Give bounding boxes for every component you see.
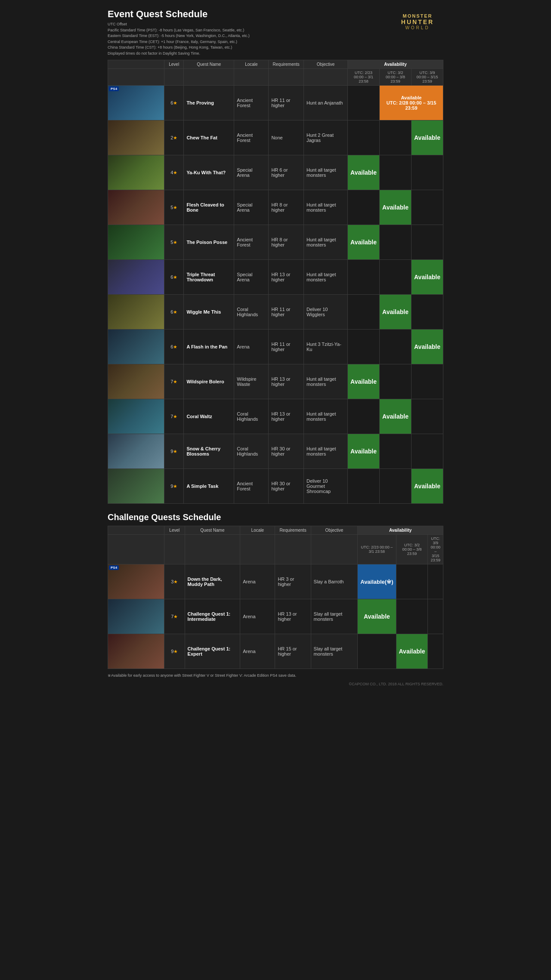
avail-cell-period2: Available <box>380 295 412 330</box>
quest-name: Coral Waltz <box>184 399 234 434</box>
quest-locale: Special Arena <box>234 260 269 295</box>
quest-name: Snow & Cherry Blossoms <box>184 434 234 469</box>
quest-name-header: Quest Name <box>184 60 234 69</box>
table-row: 5★Flesh Cleaved to BoneSpecial ArenaHR 8… <box>108 190 443 225</box>
quest-objective: Hunt all target monsters <box>303 434 347 469</box>
quest-locale: Coral Highlands <box>234 399 269 434</box>
avail-cell-period2: Available <box>396 634 428 669</box>
ch-locale-header: Locale <box>240 526 275 535</box>
quest-requirements: HR 15 or higher <box>275 634 311 669</box>
avail-cell-period3 <box>412 434 443 469</box>
quest-thumbnail-triple <box>108 260 164 294</box>
quest-objective: Hunt all target monsters <box>303 155 347 190</box>
quest-thumbnail-wiggle <box>108 295 164 329</box>
avail-cell-period2 <box>396 599 428 634</box>
quest-objective: Slay a Barroth <box>311 564 358 599</box>
tz-pst: Pacific Standard Time (PST): -8 hours (L… <box>108 28 250 34</box>
quest-level: 9★ <box>164 434 184 469</box>
event-quest-table: Level Quest Name Locale Requirements Obj… <box>108 60 443 504</box>
tz-dst: Displayed times do not factor in Dayligh… <box>108 51 250 57</box>
quest-image-flesh <box>108 190 164 225</box>
quest-image-simple <box>108 469 164 504</box>
quest-image-darkpath: PS4 <box>108 564 164 599</box>
quest-locale: Arena <box>234 330 269 364</box>
quest-requirements: HR 6 or higher <box>269 155 304 190</box>
avail-cell-period2 <box>380 330 412 364</box>
quest-image-proving: PS4 <box>108 86 164 120</box>
copyright: ©CAPCOM CO., LTD. 2018 ALL RIGHTS RESERV… <box>108 682 443 686</box>
avail-cell-period1: Available <box>348 225 380 260</box>
quest-level: 6★ <box>164 86 184 120</box>
table-row: PS43★Down the Dark, Muddy PathArenaHR 3 … <box>108 564 443 599</box>
quest-thumbnail-simple <box>108 469 164 503</box>
locale-header: Locale <box>234 60 269 69</box>
quest-level: 4★ <box>164 155 184 190</box>
ps4-badge: PS4 <box>109 565 119 570</box>
quest-name: Flesh Cleaved to Bone <box>184 190 234 225</box>
quest-image-chewthefat <box>108 120 164 155</box>
quest-requirements: HR 30 or higher <box>269 434 304 469</box>
table-row: 7★Coral WaltzCoral HighlandsHR 13 or hig… <box>108 399 443 434</box>
quest-thumbnail-snow <box>108 434 164 468</box>
quest-level: 9★ <box>164 469 184 504</box>
quest-thumbnail-flesh <box>108 190 164 225</box>
quest-image-poison <box>108 225 164 260</box>
quest-level: 6★ <box>164 260 184 295</box>
quest-locale: Ancient Forest <box>234 225 269 260</box>
quest-requirements: HR 11 or higher <box>269 86 304 120</box>
quest-locale: Special Arena <box>234 190 269 225</box>
ch-level-header: Level <box>164 526 185 535</box>
table-row: 4★Ya-Ku With That?Special ArenaHR 6 or h… <box>108 155 443 190</box>
table-row: 9★A Simple TaskAncient ForestHR 30 or hi… <box>108 469 443 504</box>
quest-objective: Hunt an Anjanath <box>303 86 347 120</box>
quest-name: Down the Dark, Muddy Path <box>185 564 240 599</box>
ch-req-header: Requirements <box>275 526 311 535</box>
quest-objective: Deliver 10 Wigglers <box>303 295 347 330</box>
logo-line1: MONSTER <box>403 13 433 18</box>
quest-level: 2★ <box>164 120 184 155</box>
quest-thumbnail-chewthefat <box>108 120 164 155</box>
table-row: 9★Challenge Quest 1: ExpertArenaHR 15 or… <box>108 634 443 669</box>
page-title: Event Quest Schedule <box>108 9 250 20</box>
quest-level: 7★ <box>164 399 184 434</box>
avail-cell-period1: Available <box>358 599 396 634</box>
table-row: 2★Chew The FatAncient ForestNoneHunt 2 G… <box>108 120 443 155</box>
quest-image-wiggle <box>108 295 164 330</box>
logo: MONSTER HUNTER WORLD <box>392 9 443 34</box>
avail-cell-period2: Available <box>380 190 412 225</box>
quest-name: Wiggle Me This <box>184 295 234 330</box>
avail-cell-period1: Available <box>348 155 380 190</box>
quest-level: 5★ <box>164 225 184 260</box>
quest-image-challenge-int <box>108 599 164 634</box>
avail-cell-period2 <box>380 225 412 260</box>
quest-name: A Flash in the Pan <box>184 330 234 364</box>
avail-cell-period1 <box>348 330 380 364</box>
quest-requirements: None <box>269 120 304 155</box>
quest-image-snow <box>108 434 164 469</box>
quest-name: Triple Threat Throwdown <box>184 260 234 295</box>
obj-header: Objective <box>303 60 347 69</box>
timezone-info: UTC Offset Pacific Standard Time (PST): … <box>108 22 250 56</box>
quest-requirements: HR 30 or higher <box>269 469 304 504</box>
avail-cell-period1: Available <box>348 434 380 469</box>
avail-cell-period2 <box>380 469 412 504</box>
avail-cell-period3 <box>412 399 443 434</box>
quest-thumbnail-darkpath: PS4 <box>108 564 164 599</box>
quest-image-challenge-exp <box>108 634 164 669</box>
quest-image-coral <box>108 399 164 434</box>
quest-requirements: HR 13 or higher <box>275 599 311 634</box>
quest-name: The Proving <box>184 86 234 120</box>
quest-objective: Hunt all target monsters <box>303 364 347 399</box>
image-col-header <box>108 60 164 69</box>
quest-objective: Hunt all target monsters <box>303 190 347 225</box>
avail-cell-period3 <box>412 295 443 330</box>
quest-locale: Ancient Forest <box>234 86 269 120</box>
quest-level: 6★ <box>164 295 184 330</box>
quest-level: 7★ <box>164 599 185 634</box>
table-row: 6★Wiggle Me ThisCoral HighlandsHR 11 or … <box>108 295 443 330</box>
header-left: Event Quest Schedule UTC Offset Pacific … <box>108 9 250 56</box>
challenge-quest-table: Level Quest Name Locale Requirements Obj… <box>108 526 443 669</box>
quest-objective: Slay all target monsters <box>311 634 358 669</box>
quest-thumbnail-yaku <box>108 155 164 190</box>
avail-cell-period1 <box>358 634 396 669</box>
